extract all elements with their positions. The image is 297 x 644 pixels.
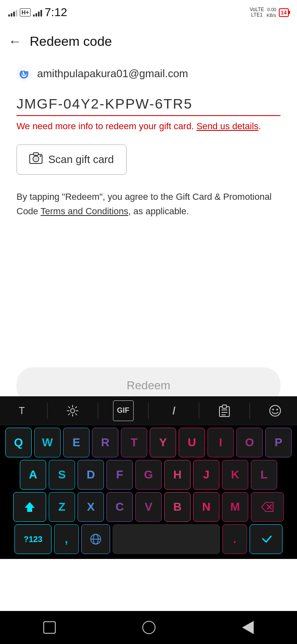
svg-rect-5 <box>33 153 38 155</box>
gif-button[interactable]: GIF <box>113 400 134 421</box>
network-type: H+ <box>20 8 31 17</box>
battery-indicator: 14 <box>279 8 289 17</box>
key-z[interactable]: Z <box>49 492 75 522</box>
error-message: We need more info to redeem your gift ca… <box>16 120 280 133</box>
toolbar-divider-5 <box>250 402 250 419</box>
svg-point-4 <box>34 157 38 161</box>
scan-button-label: Scan gift card <box>48 153 114 166</box>
code-input[interactable] <box>16 92 280 116</box>
page-title: Redeem code <box>30 34 112 49</box>
toolbar-divider-4 <box>199 402 199 419</box>
svg-point-7 <box>71 409 75 413</box>
globe-key[interactable] <box>81 524 110 554</box>
key-t[interactable]: T <box>121 428 147 457</box>
key-o[interactable]: O <box>236 428 263 457</box>
signal-bars-2 <box>33 8 42 17</box>
key-row-4: ?123 , . <box>2 524 295 554</box>
svg-point-15 <box>276 409 278 410</box>
shift-key[interactable] <box>13 492 46 522</box>
enter-key[interactable] <box>250 524 283 554</box>
key-row-1: Q W E R T Y U I O P <box>2 428 295 457</box>
key-rows: Q W E R T Y U I O P A S D F G H J K L <box>0 425 297 559</box>
status-bar: H+ 7:12 VoLTE LTE1 0.00KB/s 14 <box>0 0 297 25</box>
period-key[interactable]: . <box>222 524 247 554</box>
key-m[interactable]: M <box>222 492 248 522</box>
key-w[interactable]: W <box>34 428 61 457</box>
key-row-2: A S D F G H J K L <box>2 460 295 490</box>
svg-point-14 <box>272 409 274 410</box>
backspace-key[interactable] <box>251 492 284 522</box>
key-g[interactable]: G <box>135 460 162 490</box>
text-style-button[interactable]: T <box>12 400 32 421</box>
back-button[interactable]: ← <box>8 34 21 49</box>
data-speed: 0.00KB/s <box>266 7 276 19</box>
account-row: G amithpulapakura01@gmail.com <box>16 66 280 81</box>
emoji-button[interactable] <box>265 400 285 421</box>
key-p[interactable]: P <box>265 428 292 457</box>
terms-text: By tapping "Redeem", you agree to the Gi… <box>16 189 280 218</box>
svg-point-13 <box>270 405 280 416</box>
space-key[interactable] <box>113 524 220 554</box>
keyboard: T GIF I <box>0 396 297 559</box>
app-bar: ← Redeem code <box>0 25 297 58</box>
main-content: G amithpulapakura01@gmail.com We need mo… <box>0 58 297 239</box>
key-y[interactable]: Y <box>150 428 176 457</box>
key-j[interactable]: J <box>193 460 219 490</box>
key-v[interactable]: V <box>135 492 162 522</box>
key-d[interactable]: D <box>78 460 104 490</box>
terms-link[interactable]: Terms and Conditions <box>40 206 128 216</box>
key-i[interactable]: I <box>207 428 234 457</box>
svg-point-6 <box>40 155 41 157</box>
keyboard-toolbar: T GIF I <box>0 396 297 425</box>
key-l[interactable]: L <box>251 460 277 490</box>
key-s[interactable]: S <box>49 460 75 490</box>
key-b[interactable]: B <box>164 492 191 522</box>
svg-marker-16 <box>25 502 35 512</box>
key-n[interactable]: N <box>193 492 219 522</box>
key-e[interactable]: E <box>63 428 90 457</box>
google-logo: G <box>16 66 31 81</box>
keyboard-settings-button[interactable] <box>62 400 83 421</box>
key-c[interactable]: C <box>106 492 133 522</box>
key-a[interactable]: A <box>20 460 46 490</box>
svg-rect-9 <box>222 405 226 408</box>
key-k[interactable]: K <box>222 460 248 490</box>
key-x[interactable]: X <box>78 492 104 522</box>
account-email: amithpulapakura01@gmail.com <box>37 67 188 80</box>
comma-key[interactable]: , <box>54 524 79 554</box>
cursor-button[interactable]: I <box>163 400 184 421</box>
send-details-link[interactable]: Send us details <box>196 121 258 131</box>
key-r[interactable]: R <box>92 428 118 457</box>
volte-label: VoLTE LTE1 <box>250 7 264 18</box>
toolbar-divider-3 <box>148 402 148 419</box>
key-q[interactable]: Q <box>5 428 32 457</box>
clipboard-button[interactable] <box>214 400 235 421</box>
code-input-container <box>16 92 280 116</box>
nav-back-button[interactable] <box>242 621 254 634</box>
status-time: 7:12 <box>45 6 67 19</box>
numbers-key[interactable]: ?123 <box>14 524 52 554</box>
svg-text:G: G <box>21 69 27 77</box>
camera-icon <box>29 152 42 167</box>
status-right: VoLTE LTE1 0.00KB/s 14 <box>250 7 289 19</box>
nav-recents-button[interactable] <box>43 621 56 634</box>
key-row-3: Z X C V B N M <box>2 492 295 522</box>
key-f[interactable]: F <box>106 460 133 490</box>
nav-home-button[interactable] <box>142 621 156 634</box>
scan-gift-card-button[interactable]: Scan gift card <box>16 144 127 175</box>
toolbar-divider-1 <box>47 402 47 419</box>
nav-bar <box>0 611 297 644</box>
signal-bars-1 <box>8 8 17 17</box>
key-h[interactable]: H <box>164 460 191 490</box>
toolbar-divider-2 <box>98 402 98 419</box>
key-u[interactable]: U <box>179 428 205 457</box>
status-left: H+ 7:12 <box>8 6 67 19</box>
